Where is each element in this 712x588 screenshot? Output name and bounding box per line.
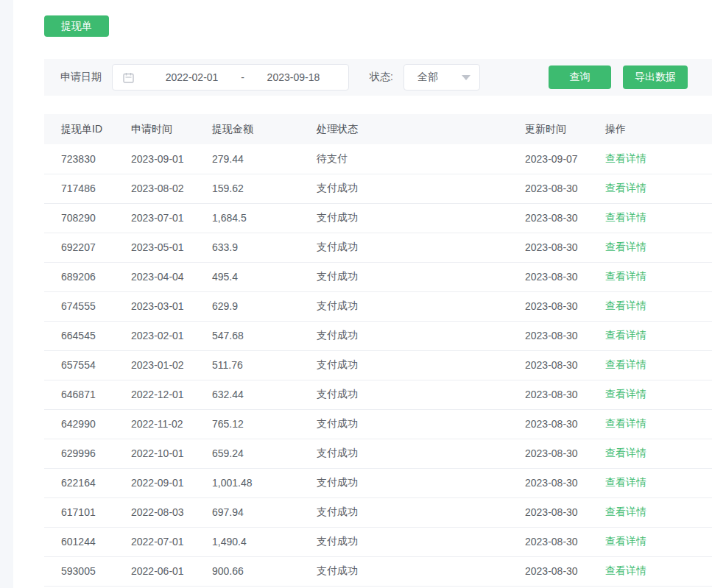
withdrawal-table-wrap: 提现单ID 申请时间 提现金额 处理状态 更新时间 操作 7238302023-… <box>44 114 712 587</box>
cell-status: 支付成功 <box>317 409 525 439</box>
cell-update-time: 2023-08-30 <box>525 203 605 233</box>
date-end-value[interactable]: 2023-09-18 <box>247 71 339 83</box>
view-details-link[interactable]: 查看详情 <box>605 241 646 252</box>
view-details-link[interactable]: 查看详情 <box>605 211 646 223</box>
cell-amount: 547.68 <box>212 321 317 350</box>
cell-apply-time: 2022-08-03 <box>131 497 212 527</box>
view-details-link[interactable]: 查看详情 <box>605 417 646 429</box>
view-details-link[interactable]: 查看详情 <box>605 358 646 370</box>
cell-update-time: 2023-09-07 <box>525 144 605 174</box>
view-details-link[interactable]: 查看详情 <box>605 564 646 576</box>
cell-amount: 659.24 <box>212 439 317 468</box>
view-details-link[interactable]: 查看详情 <box>605 329 646 341</box>
cell-update-time: 2023-08-30 <box>525 233 605 262</box>
withdrawal-table: 提现单ID 申请时间 提现金额 处理状态 更新时间 操作 7238302023-… <box>44 114 712 587</box>
view-details-link[interactable]: 查看详情 <box>605 476 646 488</box>
cell-id: 692207 <box>44 233 131 262</box>
cell-action: 查看详情 <box>605 497 712 527</box>
cell-apply-time: 2023-05-01 <box>131 233 212 262</box>
table-row: 6892062023-04-04495.4支付成功2023-08-30查看详情 <box>44 262 712 291</box>
cell-id: 708290 <box>44 203 131 233</box>
cell-status: 支付成功 <box>317 262 525 291</box>
cell-apply-time: 2023-04-04 <box>131 262 212 291</box>
cell-amount: 511.76 <box>212 350 317 380</box>
status-label: 状态: <box>370 71 393 84</box>
cell-update-time: 2023-08-30 <box>525 380 605 409</box>
col-header-action: 操作 <box>605 114 712 144</box>
date-start-value[interactable]: 2022-02-01 <box>146 71 238 83</box>
cell-amount: 900.66 <box>212 556 317 586</box>
view-details-link[interactable]: 查看详情 <box>605 152 646 164</box>
apply-date-label: 申请日期 <box>60 71 102 84</box>
cell-apply-time: 2023-08-02 <box>131 174 212 203</box>
cell-action: 查看详情 <box>605 468 712 497</box>
table-row: 6012442022-07-011,490.4支付成功2023-08-30查看详… <box>44 527 712 556</box>
cell-apply-time: 2022-09-01 <box>131 468 212 497</box>
view-details-link[interactable]: 查看详情 <box>605 300 646 311</box>
cell-id: 601244 <box>44 527 131 556</box>
filter-bar: 申请日期 2022-02-01 - 2023-09-18 状态: 全部 查询 导… <box>44 59 712 96</box>
cell-action: 查看详情 <box>605 291 712 321</box>
table-body: 7238302023-09-01279.44待支付2023-09-07查看详情7… <box>44 144 712 586</box>
cell-id: 629996 <box>44 439 131 468</box>
cell-action: 查看详情 <box>605 409 712 439</box>
cell-status: 支付成功 <box>317 291 525 321</box>
cell-id: 689206 <box>44 262 131 291</box>
cell-amount: 159.62 <box>212 174 317 203</box>
cell-amount: 633.9 <box>212 233 317 262</box>
cell-apply-time: 2022-12-01 <box>131 380 212 409</box>
table-header-row: 提现单ID 申请时间 提现金额 处理状态 更新时间 操作 <box>44 114 712 144</box>
cell-status: 支付成功 <box>317 468 525 497</box>
query-button[interactable]: 查询 <box>549 65 611 89</box>
col-header-amount: 提现金额 <box>212 114 317 144</box>
cell-action: 查看详情 <box>605 527 712 556</box>
table-row: 6645452023-02-01547.68支付成功2023-08-30查看详情 <box>44 321 712 350</box>
cell-status: 支付成功 <box>317 527 525 556</box>
export-data-button[interactable]: 导出数据 <box>623 65 688 89</box>
main-content: 提现单 申请日期 2022-02-01 - 2023-09-18 状态: 全部 … <box>44 0 712 587</box>
date-separator: - <box>238 71 247 83</box>
col-header-status: 处理状态 <box>317 114 525 144</box>
view-details-link[interactable]: 查看详情 <box>605 182 646 194</box>
date-range-input[interactable]: 2022-02-01 - 2023-09-18 <box>112 64 349 91</box>
cell-status: 待支付 <box>317 144 525 174</box>
table-row: 6221642022-09-011,001.48支付成功2023-08-30查看… <box>44 468 712 497</box>
status-selected-value: 全部 <box>417 71 438 84</box>
cell-amount: 629.9 <box>212 291 317 321</box>
cell-amount: 632.44 <box>212 380 317 409</box>
col-header-apply-time: 申请时间 <box>131 114 212 144</box>
cell-update-time: 2023-08-30 <box>525 497 605 527</box>
left-edge-strip <box>0 0 13 588</box>
cell-status: 支付成功 <box>317 203 525 233</box>
status-select[interactable]: 全部 <box>403 64 480 91</box>
table-row: 6575542023-01-02511.76支付成功2023-08-30查看详情 <box>44 350 712 380</box>
withdrawal-tab-button[interactable]: 提现单 <box>44 15 109 37</box>
table-row: 6468712022-12-01632.44支付成功2023-08-30查看详情 <box>44 380 712 409</box>
view-details-link[interactable]: 查看详情 <box>605 447 646 458</box>
cell-id: 646871 <box>44 380 131 409</box>
table-row: 6171012022-08-03697.94支付成功2023-08-30查看详情 <box>44 497 712 527</box>
cell-apply-time: 2023-09-01 <box>131 144 212 174</box>
filter-actions: 查询 导出数据 <box>549 65 688 89</box>
cell-action: 查看详情 <box>605 174 712 203</box>
cell-update-time: 2023-08-30 <box>525 174 605 203</box>
cell-status: 支付成功 <box>317 321 525 350</box>
cell-apply-time: 2023-07-01 <box>131 203 212 233</box>
view-details-link[interactable]: 查看详情 <box>605 270 646 282</box>
cell-apply-time: 2022-10-01 <box>131 439 212 468</box>
view-details-link[interactable]: 查看详情 <box>605 535 646 547</box>
cell-update-time: 2023-08-30 <box>525 350 605 380</box>
cell-update-time: 2023-08-30 <box>525 556 605 586</box>
view-details-link[interactable]: 查看详情 <box>605 388 646 400</box>
cell-update-time: 2023-08-30 <box>525 527 605 556</box>
cell-update-time: 2023-08-30 <box>525 409 605 439</box>
cell-apply-time: 2023-03-01 <box>131 291 212 321</box>
table-row: 6299962022-10-01659.24支付成功2023-08-30查看详情 <box>44 439 712 468</box>
cell-status: 支付成功 <box>317 174 525 203</box>
view-details-link[interactable]: 查看详情 <box>605 506 646 517</box>
cell-id: 657554 <box>44 350 131 380</box>
cell-action: 查看详情 <box>605 350 712 380</box>
cell-action: 查看详情 <box>605 380 712 409</box>
cell-id: 622164 <box>44 468 131 497</box>
cell-id: 617101 <box>44 497 131 527</box>
